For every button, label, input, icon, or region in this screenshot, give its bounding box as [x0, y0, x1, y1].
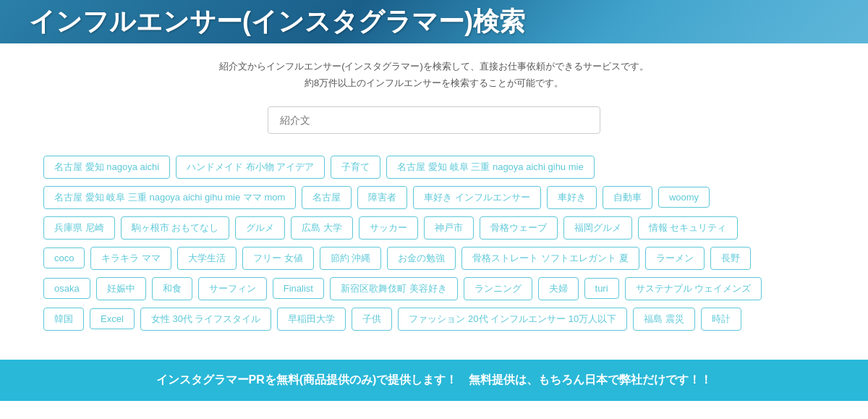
search-input[interactable]	[268, 106, 600, 134]
subtitle-section: 紹介文からインフルエンサー(インスタグラマー)を検索して、直接お仕事依頼ができる…	[0, 43, 868, 99]
tag-item[interactable]: 和食	[152, 277, 192, 300]
hero-section: インフルエンサー(インスタグラマー)検索	[0, 0, 868, 43]
tag-item[interactable]: turi	[584, 278, 619, 299]
tag-item[interactable]: 名古屋 愛知 nagoya aichi	[43, 156, 170, 179]
tag-item[interactable]: 兵庫県 尼崎	[43, 216, 115, 240]
tag-row-2: 兵庫県 尼崎駒ヶ根市 おもてなしグルメ広島 大学サッカー神戸市骨格ウェーブ福岡グ…	[43, 216, 825, 240]
tag-item[interactable]: osaka	[43, 278, 90, 299]
tag-item[interactable]: Finalist	[273, 278, 324, 299]
tag-item[interactable]: サッカー	[359, 216, 418, 240]
tag-item[interactable]: 名古屋	[302, 186, 352, 209]
tag-item[interactable]: ラーメン	[645, 247, 705, 270]
hero-background	[506, 0, 868, 43]
tag-row-4: osaka妊娠中和食サーフィンFinalist新宿区歌舞伎町 美容好きランニング…	[43, 277, 825, 300]
tag-item[interactable]: ランニング	[464, 277, 532, 300]
tag-item[interactable]: 広島 大学	[291, 216, 353, 240]
tag-item[interactable]: サーフィン	[198, 277, 267, 300]
tag-item[interactable]: coco	[43, 247, 85, 268]
tag-item[interactable]: 福島 震災	[633, 308, 695, 331]
tag-item[interactable]: 福岡グルメ	[563, 216, 632, 240]
tag-item[interactable]: 韓国	[43, 308, 84, 331]
tag-item[interactable]: 新宿区歌舞伎町 美容好き	[330, 277, 458, 300]
tag-item[interactable]: お金の勉強	[387, 247, 456, 270]
tag-item[interactable]: 妊娠中	[96, 277, 146, 300]
tag-item[interactable]: 骨格ストレート ソフトエレガント 夏	[461, 247, 639, 270]
tag-item[interactable]: 長野	[710, 247, 751, 270]
tag-item[interactable]: 夫婦	[538, 277, 579, 300]
tag-item[interactable]: サステナブル ウェイメンズ	[625, 277, 762, 300]
tag-item[interactable]: キラキラ ママ	[90, 247, 171, 270]
tag-item[interactable]: 名古屋 愛知 岐阜 三重 nagoya aichi gihu mie	[386, 156, 594, 179]
tag-item[interactable]: 子供	[352, 308, 392, 331]
tag-item[interactable]: 神戸市	[424, 216, 474, 240]
tag-item[interactable]: 名古屋 愛知 岐阜 三重 nagoya aichi gihu mie ママ mo…	[43, 186, 296, 209]
subtitle-line1: 紹介文からインフルエンサー(インスタグラマー)を検索して、直接お仕事依頼ができる…	[0, 58, 868, 75]
tags-section: 名古屋 愛知 nagoya aichiハンドメイド 布小物 アイデア子育て名古屋…	[0, 148, 868, 345]
tag-row-1: 名古屋 愛知 岐阜 三重 nagoya aichi gihu mie ママ mo…	[43, 186, 825, 209]
tag-item[interactable]: フリー 女値	[242, 247, 314, 270]
tag-item[interactable]: 情報 セキュリティ	[638, 216, 738, 240]
tag-item[interactable]: 障害者	[357, 186, 407, 209]
tag-item[interactable]: グルメ	[235, 216, 285, 240]
tag-item[interactable]: 子育て	[331, 156, 380, 179]
tag-item[interactable]: 駒ヶ根市 おもてなし	[121, 216, 230, 240]
tag-item[interactable]: 骨格ウェーブ	[480, 216, 558, 240]
tag-item[interactable]: ファッション 20代 インフルエンサー 10万人以下	[398, 308, 627, 331]
banner-text: インスタグラマーPRを無料(商品提供のみ)で提供します！ 無料提供は、もちろん日…	[156, 373, 712, 386]
tag-row-0: 名古屋 愛知 nagoya aichiハンドメイド 布小物 アイデア子育て名古屋…	[43, 156, 825, 179]
tag-row-5: 韓国Excel女性 30代 ライフスタイル早稲田大学子供ファッション 20代 イ…	[43, 308, 825, 331]
tag-item[interactable]: woomy	[658, 187, 710, 208]
search-section	[0, 99, 868, 148]
page-title: インフルエンサー(インスタグラマー)検索	[29, 4, 525, 40]
tag-item[interactable]: 時計	[701, 308, 741, 331]
banner: インスタグラマーPRを無料(商品提供のみ)で提供します！ 無料提供は、もちろん日…	[0, 360, 868, 401]
tag-item[interactable]: Excel	[90, 308, 135, 329]
tag-item[interactable]: 女性 30代 ライフスタイル	[140, 308, 272, 331]
tag-row-3: cocoキラキラ ママ大学生活フリー 女値節約 沖縄お金の勉強骨格ストレート ソ…	[43, 247, 825, 270]
tag-item[interactable]: 車好き	[547, 186, 597, 209]
tag-item[interactable]: 節約 沖縄	[320, 247, 382, 270]
subtitle-line2: 約8万件以上のインフルエンサーを検索することが可能です。	[0, 75, 868, 91]
tag-item[interactable]: 大学生活	[177, 247, 237, 270]
tag-item[interactable]: 車好き インフルエンサー	[413, 186, 541, 209]
tag-item[interactable]: ハンドメイド 布小物 アイデア	[176, 156, 325, 179]
tag-item[interactable]: 早稲田大学	[277, 308, 346, 331]
tag-item[interactable]: 自動車	[603, 186, 652, 209]
